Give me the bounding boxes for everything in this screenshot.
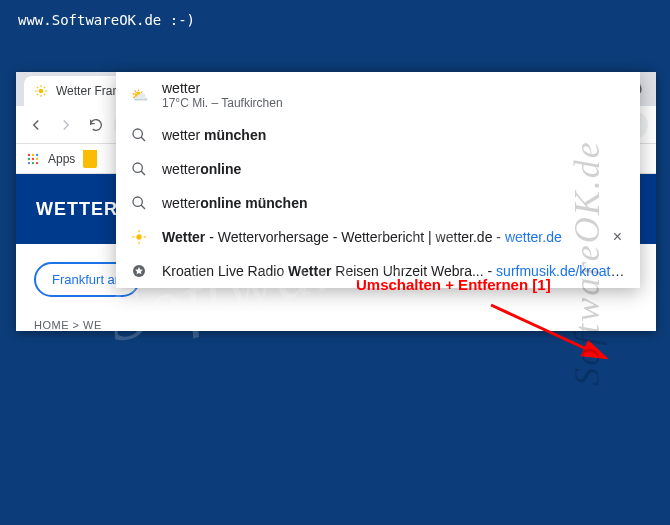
apps-label[interactable]: Apps [48,152,75,166]
svg-point-17 [32,161,34,163]
svg-line-6 [44,94,45,95]
reload-icon[interactable] [84,113,108,137]
suggestion-search[interactable]: wetteronline münchen [116,186,640,220]
svg-point-14 [32,157,34,159]
breadcrumb: HOME > WE [34,319,656,331]
sun-icon [34,84,48,98]
suggestion-text: wetteronline [162,161,626,177]
suggestion-text: wetteronline münchen [162,195,626,211]
suggestion-text: Wetter - Wettervorhersage - Wetterberich… [162,229,595,245]
search-icon [130,194,148,212]
svg-line-5 [37,87,38,88]
svg-point-16 [28,161,30,163]
sun-icon [130,228,148,246]
suggestion-history[interactable]: Wetter - Wettervorhersage - Wetterberich… [116,220,640,254]
svg-line-7 [37,94,38,95]
svg-point-15 [36,157,38,159]
bookmark-icon[interactable] [83,150,97,168]
svg-point-21 [133,163,142,172]
svg-point-25 [136,235,141,240]
annotation-label: Umschalten + Entfernen [1] [356,276,551,293]
svg-point-19 [133,129,142,138]
svg-point-12 [36,153,38,155]
weather-icon: ⛅ [130,86,148,104]
svg-point-0 [39,89,44,94]
suggestion-search[interactable]: wetteronline [116,152,640,186]
forward-icon[interactable] [54,113,78,137]
suggestion-weather[interactable]: ⛅ wetter 17°C Mi. – Taufkirchen [116,72,640,118]
search-icon [130,160,148,178]
star-icon [130,262,148,280]
suggestion-search[interactable]: wetter münchen [116,118,640,152]
svg-point-11 [32,153,34,155]
svg-point-10 [28,153,30,155]
svg-line-24 [141,205,145,209]
svg-line-22 [141,171,145,175]
back-icon[interactable] [24,113,48,137]
svg-point-23 [133,197,142,206]
svg-point-13 [28,157,30,159]
remove-suggestion-button[interactable]: × [609,228,626,246]
omnibox-suggestions: ⛅ wetter 17°C Mi. – Taufkirchen wetter m… [116,72,640,288]
suggestion-text: wetter münchen [162,127,626,143]
search-icon [130,126,148,144]
svg-point-18 [36,161,38,163]
apps-icon[interactable] [26,152,40,166]
suggestion-text: wetter [162,80,626,96]
suggestion-subtext: 17°C Mi. – Taufkirchen [162,96,626,110]
svg-line-20 [141,137,145,141]
page-header-text: www.SoftwareOK.de :-) [0,0,670,40]
svg-line-8 [44,87,45,88]
